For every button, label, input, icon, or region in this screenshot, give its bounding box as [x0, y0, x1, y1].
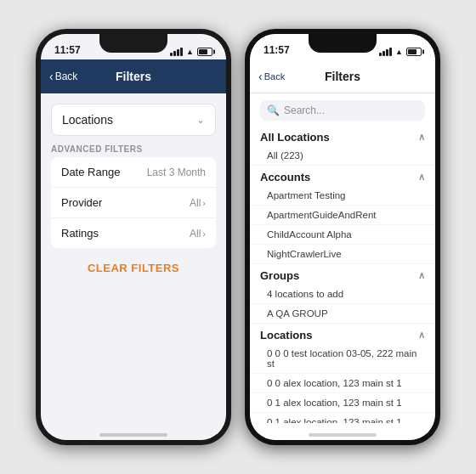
status-icons-right: ▲: [379, 48, 422, 56]
chevron-down-icon: ⌄: [196, 114, 205, 126]
provider-row[interactable]: Provider All ›: [51, 188, 216, 218]
provider-label: Provider: [61, 196, 102, 209]
advanced-filters-heading: ADVANCED FILTERS: [41, 136, 226, 157]
filter-section: Locations ⌄ ADVANCED FILTERS Date Range …: [41, 104, 226, 288]
clear-filters-button[interactable]: CLEAR FILTERS: [41, 248, 226, 288]
section-title-1: Accounts: [260, 171, 310, 183]
back-button-right[interactable]: ‹ Back: [258, 70, 285, 83]
left-phone: 11:57 ▲ ‹ Ba: [36, 29, 231, 445]
section-title-3: Locations: [260, 329, 312, 341]
list-item-1-2[interactable]: ChildAccount Alpha: [250, 225, 435, 245]
list-item-3-2[interactable]: 0 1 alex location, 123 main st 1: [250, 393, 435, 413]
filter-rows: Date Range Last 3 Month Provider All ›: [51, 157, 216, 248]
section-chevron-0: ∧: [418, 132, 425, 143]
wifi-icon-right: ▲: [395, 48, 403, 56]
section-header-3[interactable]: Locations∧: [250, 324, 435, 344]
search-input[interactable]: Search...: [284, 104, 325, 116]
list-item-3-1[interactable]: 0 0 alex location, 123 main st 1: [250, 374, 435, 393]
right-screen: 11:57 ▲ ‹ Ba: [250, 34, 435, 440]
battery-icon-right: [406, 48, 422, 56]
search-input-wrap[interactable]: 🔍 Search...: [260, 100, 425, 121]
list-item-2-0[interactable]: 4 locations to add: [250, 285, 435, 304]
home-bar-left: [99, 433, 167, 437]
section-title-2: Groups: [260, 269, 299, 282]
home-bar-right: [309, 433, 377, 437]
home-indicator-right: [250, 423, 435, 440]
list-item-3-0[interactable]: 0 0 0 test location 03-05, 222 main st: [250, 344, 435, 374]
signal-icon: [170, 48, 183, 56]
section-chevron-2: ∧: [418, 270, 425, 281]
right-phone: 11:57 ▲ ‹ Ba: [245, 29, 440, 445]
ratings-row[interactable]: Ratings All ›: [51, 218, 216, 248]
section-header-1[interactable]: Accounts∧: [250, 166, 435, 186]
date-range-row[interactable]: Date Range Last 3 Month: [51, 157, 216, 188]
list-item-2-1[interactable]: A QA GROUP: [250, 304, 435, 324]
section-chevron-3: ∧: [418, 330, 425, 341]
locations-list[interactable]: All Locations∧All (223)Accounts∧Apartmen…: [250, 126, 435, 423]
status-icons-left: ▲: [170, 48, 212, 56]
signal-icon-right: [379, 48, 392, 56]
search-icon: 🔍: [267, 104, 280, 116]
search-bar: 🔍 Search...: [250, 93, 435, 126]
back-label-left: Back: [55, 71, 78, 82]
notch-right: [309, 34, 377, 53]
date-range-value: Last 3 Month: [147, 166, 206, 178]
list-item-3-3[interactable]: 0 1 alex location, 123 main st 1: [250, 413, 435, 423]
home-indicator-left: [41, 423, 226, 440]
section-header-0[interactable]: All Locations∧: [250, 126, 435, 146]
back-chevron-left: ‹: [49, 70, 54, 83]
left-screen: 11:57 ▲ ‹ Ba: [41, 34, 226, 440]
date-range-label: Date Range: [61, 166, 120, 178]
location-selector[interactable]: Locations ⌄: [51, 104, 216, 136]
section-title-0: All Locations: [260, 131, 330, 144]
battery-icon: [197, 48, 212, 56]
back-button-left[interactable]: ‹ Back: [49, 70, 77, 83]
nav-title-right: Filters: [325, 70, 360, 83]
list-item-1-3[interactable]: NightCrawlerLive: [250, 245, 435, 264]
nav-title-left: Filters: [116, 70, 151, 83]
section-chevron-1: ∧: [418, 172, 425, 183]
nav-bar-right: ‹ Back Filters: [250, 59, 435, 93]
status-time-right: 11:57: [264, 44, 290, 56]
left-content: Locations ⌄ ADVANCED FILTERS Date Range …: [41, 93, 226, 423]
status-time-left: 11:57: [54, 44, 81, 56]
back-label-right: Back: [264, 71, 285, 82]
location-label: Locations: [62, 113, 113, 127]
section-header-2[interactable]: Groups∧: [250, 264, 435, 285]
ratings-value: All ›: [190, 228, 206, 240]
list-item-1-0[interactable]: Apartment Testing: [250, 186, 435, 206]
notch-left: [99, 34, 167, 53]
provider-value: All ›: [190, 197, 206, 209]
back-chevron-right: ‹: [258, 70, 263, 83]
nav-bar-left: ‹ Back Filters: [41, 59, 226, 93]
list-item-0-0[interactable]: All (223): [250, 146, 435, 166]
ratings-label: Ratings: [61, 227, 99, 240]
wifi-icon: ▲: [186, 48, 194, 56]
list-item-1-1[interactable]: ApartmentGuideAndRent: [250, 206, 435, 225]
